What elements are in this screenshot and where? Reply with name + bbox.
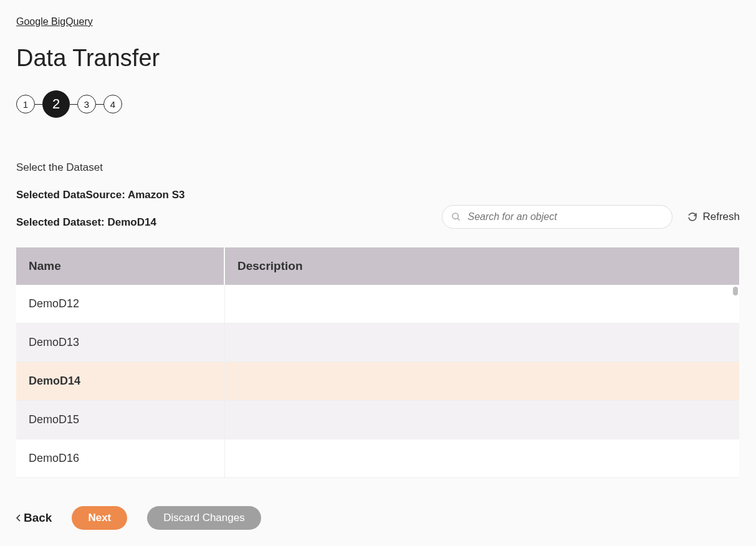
svg-point-0: [452, 213, 458, 219]
search-icon: [451, 212, 461, 222]
cell-description: [225, 362, 739, 400]
page-title: Data Transfer: [16, 45, 740, 72]
cell-description: [225, 439, 739, 477]
cell-description: [225, 401, 739, 439]
chevron-left-icon: [16, 514, 21, 522]
column-header-description[interactable]: Description: [225, 247, 739, 285]
table-row[interactable]: DemoD14: [16, 362, 739, 401]
step-connector: [96, 104, 103, 105]
cell-name: DemoD16: [16, 439, 225, 477]
step-4[interactable]: 4: [103, 95, 122, 113]
selected-dataset: Selected Dataset: DemoD14: [16, 216, 185, 229]
scroll-thumb[interactable]: [733, 287, 738, 295]
breadcrumb-link[interactable]: Google BigQuery: [16, 16, 93, 27]
table-header: Name Description: [16, 247, 739, 285]
refresh-label: Refresh: [702, 211, 740, 223]
table-row[interactable]: DemoD16: [16, 439, 739, 478]
search-field[interactable]: [442, 205, 672, 229]
table-row[interactable]: DemoD13: [16, 323, 739, 362]
table-body: DemoD12DemoD13DemoD14DemoD15DemoD16: [16, 285, 739, 479]
cell-name: DemoD14: [16, 362, 225, 400]
table-row[interactable]: DemoD12: [16, 285, 739, 323]
cell-description: [225, 285, 739, 323]
refresh-button[interactable]: Refresh: [687, 211, 740, 223]
next-button[interactable]: Next: [72, 506, 127, 530]
stepper: 1234: [16, 90, 740, 118]
cell-name: DemoD13: [16, 323, 225, 362]
dataset-table: Name Description DemoD12DemoD13DemoD14De…: [16, 247, 739, 479]
step-1[interactable]: 1: [16, 95, 35, 113]
svg-line-1: [457, 218, 459, 220]
instruction-text: Select the Dataset: [16, 161, 740, 174]
step-connector: [70, 104, 77, 105]
cell-description: [225, 323, 739, 362]
back-button[interactable]: Back: [16, 511, 52, 525]
selected-datasource: Selected DataSource: Amazon S3: [16, 189, 185, 201]
cell-name: DemoD12: [16, 285, 225, 323]
search-input[interactable]: [467, 211, 663, 223]
refresh-icon: [687, 212, 697, 222]
discard-button[interactable]: Discard Changes: [147, 506, 261, 530]
back-label: Back: [24, 511, 52, 525]
column-header-name[interactable]: Name: [16, 247, 225, 285]
cell-name: DemoD15: [16, 401, 225, 439]
step-3[interactable]: 3: [77, 95, 96, 113]
table-row[interactable]: DemoD15: [16, 401, 739, 439]
step-2[interactable]: 2: [42, 90, 70, 118]
step-connector: [35, 104, 42, 105]
